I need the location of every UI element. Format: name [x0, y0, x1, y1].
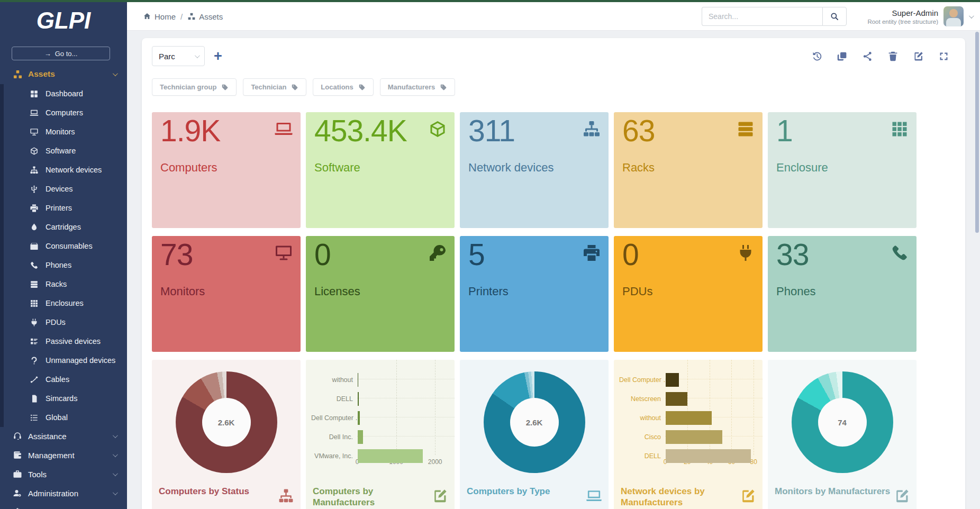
breadcrumb-separator: /: [180, 12, 183, 21]
box-icon: [30, 242, 39, 251]
user-name: Super-Admin: [867, 8, 938, 17]
summary-card-monitors[interactable]: 73Monitors: [152, 236, 301, 352]
sidebar-item-administration[interactable]: Administration: [0, 484, 127, 503]
chart-title: Computers by Manufacturers: [313, 486, 430, 508]
search-button[interactable]: [822, 7, 847, 26]
sidebar-item-label: Passive devices: [46, 337, 101, 346]
sidebar-item-management[interactable]: Management: [0, 446, 127, 465]
assets-submenu: DashboardComputersMonitorsSoftwareNetwor…: [0, 84, 127, 427]
sidebar-item-assistance[interactable]: Assistance: [0, 426, 127, 446]
filter-label: Locations: [321, 83, 353, 91]
summary-card-network-devices[interactable]: 311Network devices: [460, 112, 609, 228]
sidebar-item-label: Global: [46, 413, 68, 422]
sidebar-item-cables[interactable]: Cables: [4, 370, 127, 389]
donut-center-label: 2.6K: [510, 398, 559, 447]
expand-icon[interactable]: [938, 51, 949, 62]
sitemap-icon[interactable]: [278, 488, 294, 504]
card-label: PDUs: [622, 285, 652, 298]
sidebar-item-label: Simcards: [46, 394, 77, 403]
bar-chart: withoutDELLDell Computer …Dell Inc.VMwar…: [311, 370, 448, 485]
sidebar-item-network-devices[interactable]: Network devices: [4, 160, 127, 179]
sidebar-item-cartridges[interactable]: Cartridges: [4, 217, 127, 237]
sidebar-item-setup[interactable]: Setup: [0, 503, 127, 509]
share-icon[interactable]: [862, 51, 873, 62]
user-menu[interactable]: Super-Admin Root entity (tree structure): [867, 6, 973, 26]
search-input[interactable]: [702, 7, 822, 26]
chart-card-computers-by-status: 2.6KComputers by Status: [152, 360, 301, 509]
sidebar-item-printers[interactable]: Printers: [4, 198, 127, 217]
dashboard-selector[interactable]: Parc: [152, 46, 205, 66]
glpi-logo[interactable]: GLPI: [0, 7, 127, 34]
bar-label: Netscreen: [619, 395, 666, 403]
global-search: [702, 7, 847, 26]
trash-icon[interactable]: [887, 51, 899, 62]
summary-card-software[interactable]: 453.4KSoftware: [306, 112, 455, 228]
sidebar-item-pdus[interactable]: PDUs: [4, 313, 127, 332]
copy-icon[interactable]: [837, 51, 848, 62]
card-label: Phones: [776, 285, 816, 298]
bar-label: DELL: [311, 395, 358, 403]
goto-button[interactable]: → Go to...: [12, 47, 110, 60]
summary-card-phones[interactable]: 33Phones: [768, 236, 917, 352]
sidebar-item-unmanaged-devices[interactable]: Unmanaged devices: [4, 351, 127, 370]
add-dashboard-button[interactable]: +: [214, 49, 222, 63]
edit-icon[interactable]: [894, 488, 910, 504]
sidebar-item-label: Tools: [28, 470, 113, 479]
donut-center-label: 2.6K: [202, 398, 251, 447]
sidebar-item-label: PDUs: [46, 318, 66, 326]
cable-icon: [30, 375, 39, 384]
filter-locations[interactable]: Locations: [313, 78, 373, 96]
card-label: Network devices: [468, 161, 553, 175]
summary-card-pdus[interactable]: 0PDUs: [614, 236, 763, 352]
breadcrumb-item-home[interactable]: Home: [143, 12, 176, 21]
glpi-dashboard-page: GLPI → Go to... Assets DashboardComputer…: [0, 0, 980, 509]
sidebar-item-racks[interactable]: Racks: [4, 275, 127, 294]
card-value: 1.9K: [160, 113, 220, 148]
edit-icon[interactable]: [913, 51, 924, 62]
grid9-icon: [30, 299, 39, 308]
sidebar-item-software[interactable]: Software: [4, 141, 127, 160]
sidebar-item-tools[interactable]: Tools: [0, 465, 127, 484]
sidebar-item-phones[interactable]: Phones: [4, 256, 127, 275]
summary-card-racks[interactable]: 63Racks: [614, 112, 763, 228]
sidebar-item-simcards[interactable]: Simcards: [4, 389, 127, 408]
sidebar-item-dashboard[interactable]: Dashboard: [4, 84, 127, 103]
sidebar-item-monitors[interactable]: Monitors: [4, 122, 127, 141]
edit-icon[interactable]: [740, 488, 756, 504]
grid2-icon: [30, 89, 39, 98]
avatar: [943, 6, 964, 26]
summary-card-printers[interactable]: 5Printers: [460, 236, 609, 352]
sidebar-assets-label: Assets: [28, 69, 113, 79]
sidebar-item-passive-devices[interactable]: Passive devices: [4, 332, 127, 351]
card-value: 1: [776, 113, 793, 148]
summary-card-computers[interactable]: 1.9KComputers: [152, 112, 301, 228]
filter-technician[interactable]: Technician: [243, 78, 306, 96]
sidebar-item-label: Printers: [46, 204, 72, 212]
boxes-icon: [187, 12, 196, 21]
sidebar-item-computers[interactable]: Computers: [4, 103, 127, 122]
card-value: 0: [622, 237, 639, 272]
chevron-down-icon: [113, 471, 118, 476]
page-scrollbar-thumb[interactable]: [975, 32, 979, 233]
summary-card-enclosure[interactable]: 1Enclosure: [768, 112, 917, 228]
history-icon[interactable]: [811, 51, 822, 62]
bar-row-dell-computer: Dell Computer …: [311, 408, 448, 428]
edit-icon[interactable]: [432, 488, 448, 504]
filter-manufacturers[interactable]: Manufacturers: [380, 78, 456, 96]
bar: [666, 449, 751, 463]
sidebar-item-enclosures[interactable]: Enclosures: [4, 294, 127, 313]
tag-icon: [291, 84, 298, 91]
sidebar-item-label: Administration: [28, 489, 113, 498]
sitemap-icon: [582, 120, 601, 139]
sidebar-item-label: Management: [28, 451, 113, 460]
breadcrumb-item-assets[interactable]: Assets: [187, 12, 223, 21]
sidebar-item-global[interactable]: Global: [4, 408, 127, 427]
sidebar-item-devices[interactable]: Devices: [4, 179, 127, 198]
sidebar-item-assets[interactable]: Assets: [0, 65, 127, 83]
sidebar-item-consumables[interactable]: Consumables: [4, 237, 127, 256]
filter-technician-group[interactable]: Technician group: [152, 78, 237, 96]
filter-label: Technician group: [160, 83, 216, 91]
rack-icon: [30, 280, 39, 289]
summary-card-licenses[interactable]: 0Licenses: [306, 236, 455, 352]
laptop-icon[interactable]: [586, 488, 602, 504]
